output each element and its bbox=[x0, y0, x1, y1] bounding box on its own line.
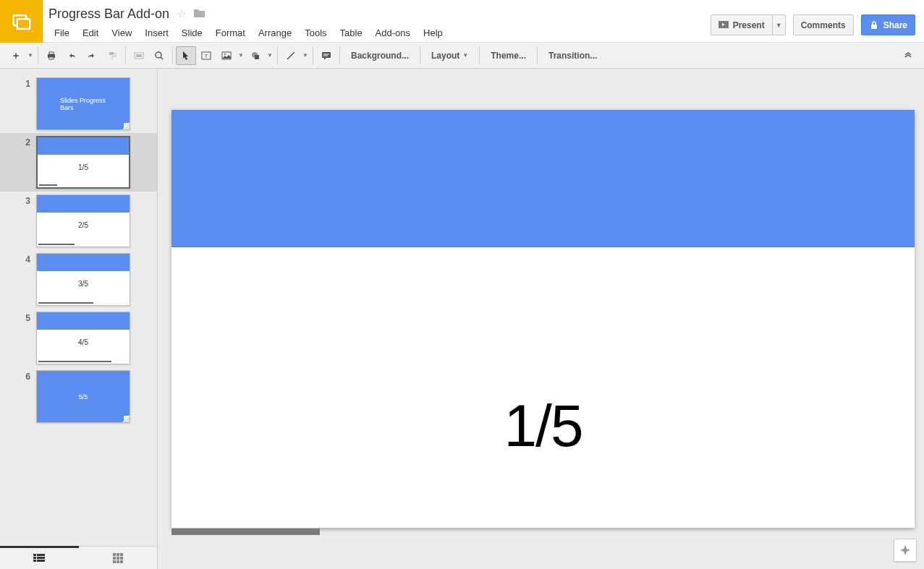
svg-rect-23 bbox=[37, 554, 45, 556]
slide-thumbnail[interactable]: 32/5 bbox=[0, 192, 157, 250]
svg-rect-30 bbox=[120, 553, 123, 556]
menu-table[interactable]: Table bbox=[334, 25, 368, 41]
thumbnail-text: 4/5 bbox=[78, 338, 88, 346]
thumbnail-list[interactable]: 1Slides Progress Bars21/532/543/554/565/… bbox=[0, 69, 157, 546]
svg-rect-36 bbox=[120, 560, 123, 563]
svg-rect-33 bbox=[120, 557, 123, 560]
canvas-area[interactable]: 1/5 bbox=[158, 69, 924, 569]
thumbnail-text: 1/5 bbox=[78, 163, 88, 171]
image-button[interactable] bbox=[216, 46, 237, 65]
undo-button[interactable] bbox=[62, 46, 82, 65]
separator bbox=[38, 47, 38, 64]
share-label: Share bbox=[883, 20, 907, 30]
header-right: Present ▼ Comments Share bbox=[711, 0, 924, 35]
svg-rect-25 bbox=[37, 557, 45, 559]
toolbar: + ▼ T ▼ ▼ ▼ Background... Layout▼ Theme.… bbox=[0, 43, 924, 69]
explore-button[interactable] bbox=[894, 539, 917, 562]
lock-icon bbox=[869, 20, 879, 30]
background-button[interactable]: Background... bbox=[343, 46, 417, 65]
menu-insert[interactable]: Insert bbox=[139, 25, 174, 41]
slide-header-shape[interactable] bbox=[171, 110, 915, 247]
slide-progress-bar[interactable] bbox=[171, 529, 320, 535]
svg-rect-9 bbox=[136, 54, 142, 57]
thumbnail-text: 3/5 bbox=[78, 280, 88, 288]
comment-button[interactable] bbox=[316, 46, 336, 65]
sidebar-footer bbox=[0, 546, 157, 569]
svg-rect-1 bbox=[17, 19, 30, 29]
collapse-toolbar-button[interactable] bbox=[898, 46, 918, 65]
separator bbox=[172, 47, 173, 64]
thumbnail-text: Slides Progress Bars bbox=[60, 97, 106, 111]
thumbnail-text: 5/5 bbox=[79, 393, 88, 401]
share-button[interactable]: Share bbox=[861, 14, 915, 35]
thumbnail-preview[interactable]: 4/5 bbox=[36, 312, 130, 364]
separator bbox=[313, 47, 313, 64]
theme-button[interactable]: Theme... bbox=[483, 46, 534, 65]
filmstrip-view-button[interactable] bbox=[0, 546, 79, 568]
menu-file[interactable]: File bbox=[48, 25, 75, 41]
svg-rect-26 bbox=[33, 560, 36, 562]
textbox-button[interactable]: T bbox=[196, 46, 216, 65]
chevron-down-icon: ▼ bbox=[462, 52, 468, 59]
thumbnail-progress-bar bbox=[38, 302, 93, 304]
menu-view[interactable]: View bbox=[106, 25, 137, 41]
zoom-fit-button[interactable] bbox=[129, 46, 149, 65]
layout-button[interactable]: Layout▼ bbox=[423, 46, 476, 65]
separator bbox=[479, 47, 480, 64]
new-slide-dropdown[interactable]: ▼ bbox=[26, 46, 35, 65]
present-button-group: Present ▼ bbox=[711, 14, 786, 35]
document-title[interactable]: Progress Bar Add-on bbox=[48, 7, 169, 22]
svg-rect-6 bbox=[49, 57, 54, 59]
thumbnail-preview[interactable]: 2/5 bbox=[36, 194, 130, 247]
thumbnail-preview[interactable]: Slides Progress Bars bbox=[36, 77, 130, 130]
redo-button[interactable] bbox=[82, 46, 102, 65]
header-main: Progress Bar Add-on ☆ File Edit View Ins… bbox=[43, 0, 711, 41]
menu-tools[interactable]: Tools bbox=[299, 25, 332, 41]
svg-rect-35 bbox=[116, 560, 119, 563]
print-button[interactable] bbox=[41, 46, 62, 65]
slide-thumbnail[interactable]: 43/5 bbox=[0, 250, 157, 309]
select-tool-button[interactable] bbox=[176, 46, 196, 65]
svg-line-18 bbox=[287, 52, 294, 59]
menu-format[interactable]: Format bbox=[210, 25, 251, 41]
present-button[interactable]: Present bbox=[711, 14, 773, 35]
thumbnail-preview[interactable]: 1/5 bbox=[36, 136, 130, 189]
slide-canvas[interactable]: 1/5 bbox=[171, 110, 915, 528]
thumbnail-progress-bar bbox=[38, 361, 111, 362]
header: Progress Bar Add-on ☆ File Edit View Ins… bbox=[0, 0, 924, 43]
menu-edit[interactable]: Edit bbox=[77, 25, 104, 41]
new-slide-button[interactable]: + bbox=[6, 46, 26, 65]
menu-slide[interactable]: Slide bbox=[176, 25, 208, 41]
thumbnail-preview[interactable]: 3/5 bbox=[36, 253, 130, 306]
present-dropdown[interactable]: ▼ bbox=[773, 14, 786, 35]
star-icon[interactable]: ☆ bbox=[177, 7, 187, 21]
thumbnail-number: 6 bbox=[0, 370, 36, 423]
line-button[interactable] bbox=[281, 46, 301, 65]
separator bbox=[339, 47, 340, 64]
thumbnail-preview[interactable]: 5/5 bbox=[36, 370, 130, 423]
shape-dropdown[interactable]: ▼ bbox=[266, 46, 274, 65]
menu-arrange[interactable]: Arrange bbox=[253, 25, 297, 41]
thumbnail-text: 2/5 bbox=[78, 221, 88, 229]
menu-addons[interactable]: Add-ons bbox=[370, 25, 416, 41]
slide-thumbnail[interactable]: 65/5 bbox=[0, 367, 157, 426]
zoom-button[interactable] bbox=[149, 46, 169, 65]
slide-thumbnail[interactable]: 54/5 bbox=[0, 309, 157, 367]
slide-thumbnail[interactable]: 21/5 bbox=[0, 133, 157, 192]
image-dropdown[interactable]: ▼ bbox=[237, 46, 245, 65]
slide-sidebar: 1Slides Progress Bars21/532/543/554/565/… bbox=[0, 69, 158, 569]
slide-main-text[interactable]: 1/5 bbox=[504, 392, 582, 460]
transition-button[interactable]: Transition... bbox=[541, 46, 605, 65]
thumbnail-number: 1 bbox=[0, 77, 36, 130]
paint-format-button[interactable] bbox=[102, 46, 122, 65]
grid-view-button[interactable] bbox=[79, 547, 158, 569]
shape-button[interactable] bbox=[245, 46, 266, 65]
comments-button[interactable]: Comments bbox=[793, 14, 854, 35]
line-dropdown[interactable]: ▼ bbox=[301, 46, 310, 65]
slides-logo[interactable] bbox=[0, 0, 43, 43]
svg-rect-7 bbox=[109, 52, 114, 55]
folder-icon[interactable] bbox=[194, 8, 205, 20]
slide-thumbnail[interactable]: 1Slides Progress Bars bbox=[0, 74, 157, 133]
menu-help[interactable]: Help bbox=[418, 25, 449, 41]
thumbnail-number: 3 bbox=[0, 194, 36, 247]
